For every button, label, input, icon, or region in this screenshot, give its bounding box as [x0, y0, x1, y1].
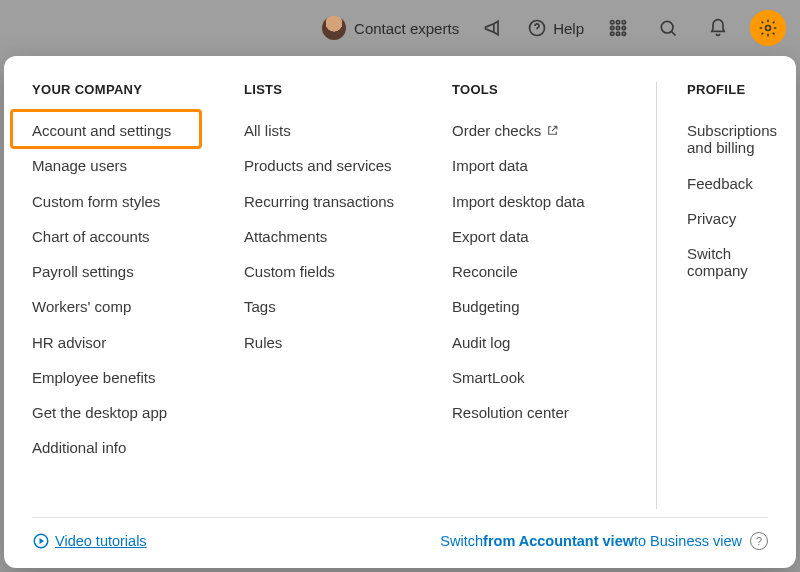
help-tooltip-icon[interactable]: ? [750, 532, 768, 550]
menu-attachments[interactable]: Attachments [244, 219, 418, 254]
menu-item-label: Switch company [687, 245, 768, 280]
menu-resolution-center[interactable]: Resolution center [452, 395, 622, 430]
menu-item-label: All lists [244, 122, 291, 139]
settings-columns: YOUR COMPANY Account and settings Manage… [32, 82, 768, 509]
menu-import-desktop-data[interactable]: Import desktop data [452, 184, 622, 219]
menu-item-label: HR advisor [32, 334, 106, 351]
svg-point-8 [616, 32, 619, 35]
settings-gear-button[interactable] [752, 12, 784, 44]
column-header: LISTS [244, 82, 418, 97]
menu-item-label: Employee benefits [32, 369, 155, 386]
menu-get-desktop-app[interactable]: Get the desktop app [32, 395, 210, 430]
top-bar: Contact experts Help [0, 0, 800, 56]
menu-recurring-transactions[interactable]: Recurring transactions [244, 184, 418, 219]
column-header: TOOLS [452, 82, 622, 97]
menu-item-label: Products and services [244, 157, 392, 174]
menu-item-label: Additional info [32, 439, 126, 456]
menu-export-data[interactable]: Export data [452, 219, 622, 254]
menu-item-label: Attachments [244, 228, 327, 245]
menu-item-label: Chart of accounts [32, 228, 150, 245]
avatar-icon [322, 16, 346, 40]
menu-workers-comp[interactable]: Workers' comp [32, 289, 210, 324]
menu-item-label: Import desktop data [452, 193, 585, 210]
menu-audit-log[interactable]: Audit log [452, 325, 622, 360]
column-header: YOUR COMPANY [32, 82, 210, 97]
help-label: Help [553, 20, 584, 37]
menu-feedback[interactable]: Feedback [687, 166, 768, 201]
menu-item-label: Tags [244, 298, 276, 315]
menu-item-label: Budgeting [452, 298, 520, 315]
menu-item-label: Manage users [32, 157, 127, 174]
menu-employee-benefits[interactable]: Employee benefits [32, 360, 210, 395]
menu-order-checks[interactable]: Order checks [452, 113, 622, 148]
panel-footer: Video tutorials Switch from Accountant v… [32, 517, 768, 550]
svg-point-10 [661, 21, 673, 33]
svg-point-11 [766, 26, 771, 31]
menu-reconcile[interactable]: Reconcile [452, 254, 622, 289]
menu-budgeting[interactable]: Budgeting [452, 289, 622, 324]
menu-item-label: Recurring transactions [244, 193, 394, 210]
bell-icon [708, 18, 728, 38]
menu-item-label: Feedback [687, 175, 753, 192]
menu-additional-info[interactable]: Additional info [32, 430, 210, 465]
menu-item-label: Import data [452, 157, 528, 174]
menu-custom-fields[interactable]: Custom fields [244, 254, 418, 289]
menu-item-label: SmartLook [452, 369, 525, 386]
menu-item-label: Subscriptions and billing [687, 122, 777, 157]
menu-all-lists[interactable]: All lists [244, 113, 418, 148]
menu-subscriptions-billing[interactable]: Subscriptions and billing [687, 113, 768, 166]
menu-item-label: Order checks [452, 122, 541, 139]
contact-experts-link[interactable]: Contact experts [322, 16, 459, 40]
svg-point-9 [622, 32, 625, 35]
column-header: PROFILE [687, 82, 768, 97]
menu-tags[interactable]: Tags [244, 289, 418, 324]
menu-hr-advisor[interactable]: HR advisor [32, 325, 210, 360]
video-tutorials-label: Video tutorials [55, 533, 147, 549]
play-circle-icon [32, 532, 50, 550]
switch-text-post: to Business view [634, 533, 742, 549]
settings-menu-panel: YOUR COMPANY Account and settings Manage… [4, 56, 796, 568]
help-icon [527, 18, 547, 38]
gear-icon [758, 18, 778, 38]
column-profile: PROFILE Subscriptions and billing Feedba… [656, 82, 768, 509]
notifications-button[interactable] [702, 12, 734, 44]
contact-experts-label: Contact experts [354, 20, 459, 37]
svg-point-4 [611, 26, 614, 29]
search-button[interactable] [652, 12, 684, 44]
menu-custom-form-styles[interactable]: Custom form styles [32, 184, 210, 219]
switch-view-link[interactable]: Switch from Accountant view to Business … [440, 532, 768, 550]
menu-item-label: Workers' comp [32, 298, 131, 315]
menu-manage-users[interactable]: Manage users [32, 148, 210, 183]
menu-item-label: Custom fields [244, 263, 335, 280]
menu-account-and-settings[interactable]: Account and settings [32, 113, 210, 148]
apps-grid-icon [608, 18, 628, 38]
menu-payroll-settings[interactable]: Payroll settings [32, 254, 210, 289]
menu-chart-of-accounts[interactable]: Chart of accounts [32, 219, 210, 254]
svg-point-6 [622, 26, 625, 29]
menu-item-label: Audit log [452, 334, 510, 351]
apps-button[interactable] [602, 12, 634, 44]
menu-import-data[interactable]: Import data [452, 148, 622, 183]
menu-item-label: Export data [452, 228, 529, 245]
menu-switch-company[interactable]: Switch company [687, 236, 768, 289]
menu-item-label: Rules [244, 334, 282, 351]
menu-item-label: Get the desktop app [32, 404, 167, 421]
menu-item-label: Reconcile [452, 263, 518, 280]
column-your-company: YOUR COMPANY Account and settings Manage… [32, 82, 210, 509]
svg-point-1 [611, 21, 614, 24]
menu-item-label: Privacy [687, 210, 736, 227]
svg-point-5 [616, 26, 619, 29]
external-link-icon [546, 124, 559, 137]
menu-privacy[interactable]: Privacy [687, 201, 768, 236]
switch-text-pre: Switch [440, 533, 483, 549]
help-link[interactable]: Help [527, 18, 584, 38]
switch-text-bold: from Accountant view [483, 533, 634, 549]
announcements-button[interactable] [477, 12, 509, 44]
menu-rules[interactable]: Rules [244, 325, 418, 360]
video-tutorials-link[interactable]: Video tutorials [32, 532, 147, 550]
menu-item-label: Resolution center [452, 404, 569, 421]
menu-smartlook[interactable]: SmartLook [452, 360, 622, 395]
menu-products-services[interactable]: Products and services [244, 148, 418, 183]
menu-item-label: Payroll settings [32, 263, 134, 280]
column-tools: TOOLS Order checks Import data Import de… [452, 82, 622, 509]
